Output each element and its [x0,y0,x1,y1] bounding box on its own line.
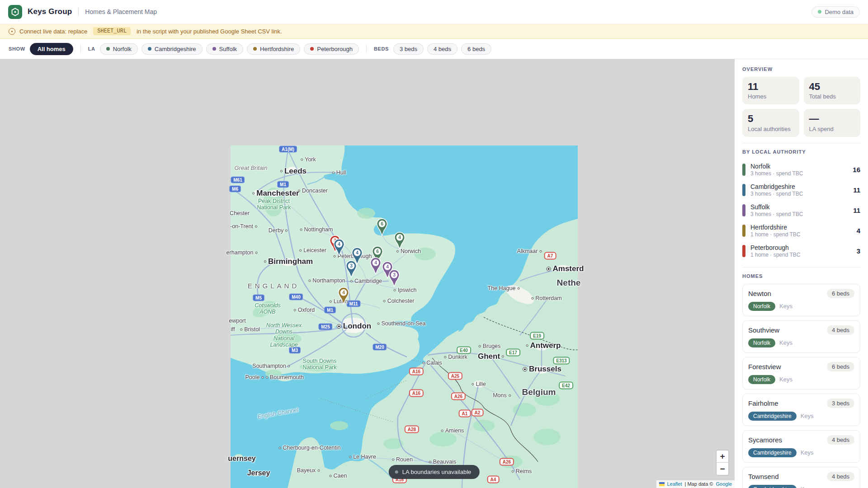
app-logo [8,5,22,19]
stat-label: LA spend [809,126,855,132]
home-provider: Keys [801,486,814,488]
demo-data-label: Demo data [825,9,854,15]
la-row-hertfordshire[interactable]: Hertfordshire 1 home · spend TBC 4 [742,221,860,241]
home-la-pill: Norfolk [748,302,775,311]
filter-bar: SHOW All homes LA Norfolk Cambridgeshire… [0,39,868,59]
app-header: Keys Group Homes & Placement Map Demo da… [0,0,868,24]
banner-text-after: in the script with your published Google… [137,28,282,35]
home-name: Forestview [748,363,781,371]
map-pin-cambridgeshire[interactable]: 4 [333,239,345,256]
filter-6-beds[interactable]: 6 beds [461,43,491,55]
map-container[interactable]: A1(M)M61M6M1M40M5M1M11M25M3M20E40E19E17E… [0,59,735,488]
filter-la-suffolk[interactable]: Suffolk [206,43,244,55]
svg-text:6: 6 [376,249,379,254]
la-name: Norfolk [750,163,803,170]
stat-label: Total beds [809,93,855,100]
demo-data-badge: Demo data [811,6,860,18]
home-card-sycamores[interactable]: Sycamores 4 beds Cambridgeshire Keys [742,430,860,463]
la-beds-count: 3 [857,247,860,255]
la-row-cambridgeshire[interactable]: Cambridgeshire 3 homes · spend TBC 11 [742,180,860,200]
stat-label: Local authorities [748,126,794,132]
stat-card-la-spend: — LA spend [804,109,861,136]
home-la-pill: Norfolk [748,375,775,384]
la-row-norfolk[interactable]: Norfolk 3 homes · spend TBC 16 [742,160,860,180]
svg-text:4: 4 [338,242,340,247]
map-pin-hertfordshire[interactable]: 4 [338,287,349,305]
sidebar: OVERVIEW 11 Homes 45 Total beds 5 Local … [735,59,868,488]
svg-text:4: 4 [342,290,345,295]
svg-text:3: 3 [350,263,353,268]
page-title: Keys Group [28,7,72,16]
beds-badge: 4 beds [827,472,854,481]
map-attribution: Leaflet | Map data © Google [656,480,735,488]
svg-text:6: 6 [381,221,383,226]
beds-filter-group: 3 beds4 beds6 beds [393,43,491,55]
filter-la-norfolk[interactable]: Norfolk [100,43,138,55]
home-card-newton[interactable]: Newton 6 beds Norfolk Keys [742,284,860,316]
home-name: Townsend [748,473,779,480]
toast-text: LA boundaries unavailable [402,469,472,475]
filter-la-cambridgeshire[interactable]: Cambridgeshire [142,43,203,55]
toast-dot-icon [395,470,398,474]
beds-badge: 6 beds [827,362,854,371]
map-pin-norfolk[interactable]: 4 [394,232,406,249]
filter-la-hertfordshire[interactable]: Hertfordshire [247,43,300,55]
la-color-bar [742,184,745,196]
la-row-suffolk[interactable]: Suffolk 3 homes · spend TBC 11 [742,200,860,221]
home-card-fairholme[interactable]: Fairholme 3 beds Cambridgeshire Keys [742,394,860,426]
zoom-out-button[interactable]: − [717,463,728,475]
sheet-url-chip: SHEET_URL [93,27,131,35]
filter-4-beds[interactable]: 4 beds [427,43,458,55]
la-detail: 3 homes · spend TBC [750,191,803,197]
la-color-dot [148,47,151,51]
map-base-art [231,145,578,488]
overview-title: OVERVIEW [742,66,860,72]
home-provider: Keys [801,449,814,456]
zoom-in-button[interactable]: + [717,450,728,463]
home-la-pill: Cambridgeshire [748,448,797,457]
la-label: LA [88,46,95,52]
hexagon-target-icon [11,8,19,16]
map-pin-suffolk[interactable]: 4 [370,257,382,275]
home-card-townsend[interactable]: Townsend 4 beds Cambridgeshire Keys [742,467,860,488]
la-color-bar [742,245,745,257]
by-la-title: BY LOCAL AUTHORITY [742,149,860,155]
la-beds-count: 16 [853,166,860,174]
svg-text:4: 4 [386,264,389,269]
demo-data-dot-icon [818,10,821,14]
home-card-forestview[interactable]: Forestview 6 beds Norfolk Keys [742,357,860,389]
filter-all-homes[interactable]: All homes [30,43,73,55]
home-name: Newton [748,290,771,297]
la-color-bar [742,204,745,216]
google-link[interactable]: Google [716,481,732,487]
home-la-pill: Cambridgeshire [748,485,797,488]
show-label: SHOW [9,46,25,52]
la-row-peterborough[interactable]: Peterborough 1 home · spend TBC 3 [742,241,860,261]
map-pin-norfolk[interactable]: 6 [376,218,388,236]
la-filter-group: Norfolk Cambridgeshire Suffolk Hertfords… [100,43,359,55]
header-divider [78,8,79,16]
la-beds-count: 11 [853,206,860,214]
section-divider [742,267,860,267]
filter-la-peterborough[interactable]: Peterborough [304,43,359,55]
home-la-pill: Norfolk [748,338,775,347]
beds-badge: 6 beds [827,289,854,298]
map-pin-cambridgeshire[interactable]: 3 [345,260,357,278]
filter-3-beds[interactable]: 3 beds [393,43,424,55]
beds-badge: 4 beds [827,325,854,335]
alert-circle-icon [9,28,15,35]
la-detail: 1 home · spend TBC [750,231,801,238]
leaflet-link[interactable]: Leaflet [667,481,682,487]
la-name: Peterborough [750,244,801,251]
la-color-dot [212,47,216,51]
home-la-pill: Cambridgeshire [748,412,797,421]
svg-text:4: 4 [398,235,401,240]
home-name: Fairholme [748,399,778,407]
la-name: Suffolk [750,203,803,211]
filter-divider [80,44,81,53]
home-card-southview[interactable]: Southview 4 beds Norfolk Keys [742,320,860,353]
beds-badge: 3 beds [827,399,854,408]
map-zoom-control: + − [716,450,729,476]
map-pin-suffolk[interactable]: 3 [388,269,400,287]
la-detail: 3 homes · spend TBC [750,211,803,217]
